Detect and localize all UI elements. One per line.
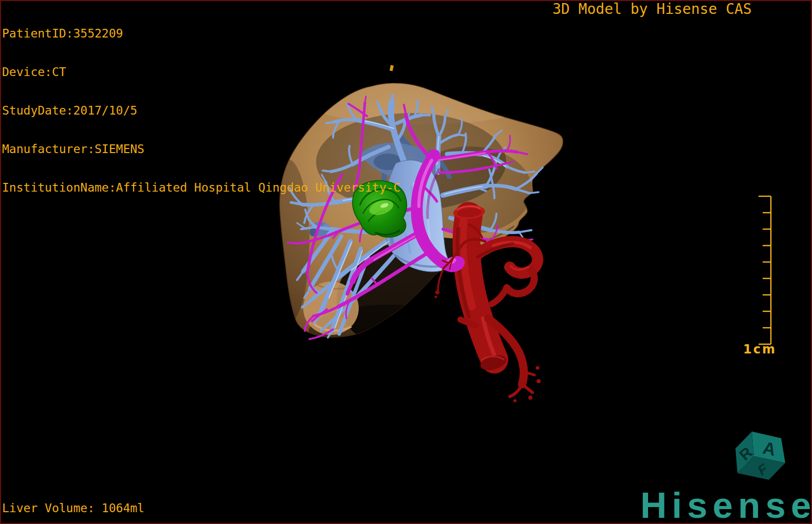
patient-id-text: PatientID:3552209	[2, 27, 400, 40]
manufacturer-text: Manufacturer:SIEMENS	[2, 143, 400, 156]
viewer-window: { "patient_info": { "lines": [ "PatientI…	[0, 0, 812, 524]
patient-info-block: PatientID:3552209 Device:CT StudyDate:20…	[2, 2, 400, 207]
study-date-text: StudyDate:2017/10/5	[2, 104, 400, 117]
viewer-title: 3D Model by Hisense CAS	[552, 2, 752, 16]
scale-label: 1cm	[743, 342, 777, 357]
hisense-logo: Hisense	[640, 487, 812, 523]
liver-volume-text: Liver Volume: 1064ml	[2, 501, 144, 515]
institution-text: InstitutionName:Affiliated Hospital Qing…	[2, 181, 400, 194]
scale-ruler	[754, 192, 777, 347]
orientation-cube[interactable]: A R F	[729, 425, 792, 489]
device-text: Device:CT	[2, 66, 400, 79]
viewer-3d-canvas[interactable]: PatientID:3552209 Device:CT StudyDate:20…	[0, 0, 812, 524]
